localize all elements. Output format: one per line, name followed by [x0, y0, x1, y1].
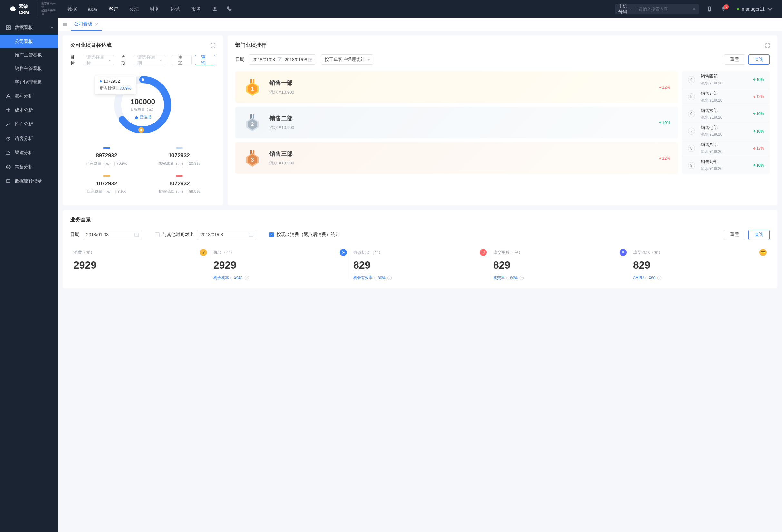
- svg-rect-7: [9, 28, 10, 30]
- nav-item[interactable]: 报名: [191, 6, 201, 12]
- logo: 云朵CRM 教育机构一站 式服务云平台: [9, 2, 56, 16]
- notifications[interactable]: 5: [721, 6, 726, 12]
- sidebar-icon: [6, 108, 11, 113]
- stat-icon: ➤: [340, 249, 347, 256]
- sidebar-item[interactable]: 渠道分析: [0, 146, 58, 160]
- search-icon[interactable]: [693, 6, 696, 11]
- sidebar-icon: [6, 150, 11, 155]
- trend-indicator: 10%: [753, 129, 764, 134]
- trend-indicator: 12%: [753, 146, 764, 150]
- trend-indicator: 12%: [659, 156, 671, 161]
- sidebar-sub-item[interactable]: 推广主管看板: [0, 48, 58, 62]
- query-button[interactable]: 查询: [748, 55, 770, 65]
- reset-button[interactable]: 重置: [172, 55, 192, 66]
- medal-icon: 2: [243, 113, 262, 132]
- donut-chart: 100000 目标总量（元） 已达成 1072932 所占比例:70.9%: [70, 73, 215, 137]
- svg-point-12: [140, 129, 142, 131]
- expand-icon[interactable]: [211, 43, 215, 48]
- sidebar-item[interactable]: 推广分析: [0, 117, 58, 132]
- chevron-up-icon: [50, 26, 54, 29]
- stat-icon: 🛡: [479, 249, 487, 256]
- help-icon[interactable]: ?: [245, 276, 249, 280]
- sidebar-group-dashboard[interactable]: 数据看板: [0, 21, 58, 35]
- date-picker-2[interactable]: 2018/01/08: [197, 229, 256, 240]
- chevron-down-icon: [767, 6, 773, 12]
- svg-text:3: 3: [251, 157, 254, 163]
- sidebar-sub-item[interactable]: 客户经理看板: [0, 75, 58, 89]
- nav-items: 数据线索客户公海财务运营报名: [67, 6, 201, 12]
- trend-indicator: 12%: [659, 85, 671, 90]
- sidebar-item[interactable]: 访客分析: [0, 132, 58, 146]
- tab-company-dashboard[interactable]: 公司看板: [71, 18, 102, 31]
- nav-item[interactable]: 公海: [129, 6, 139, 12]
- svg-point-3: [709, 10, 710, 11]
- chevron-down-icon: [630, 7, 632, 11]
- mobile-icon[interactable]: [707, 6, 712, 12]
- rank-row: 4销售四部流水 ¥1902010%: [682, 71, 770, 88]
- rank-card-top: 3 销售三部流水 ¥10,900 12%: [235, 142, 678, 174]
- sidebar-sub-item[interactable]: 销售主管看板: [0, 62, 58, 75]
- rank-row: 6销售六部流水 ¥1902010%: [682, 105, 770, 122]
- query-button[interactable]: 查询: [195, 55, 215, 66]
- svg-rect-6: [6, 28, 8, 30]
- svg-point-0: [214, 7, 216, 9]
- user-menu[interactable]: manager11: [737, 6, 773, 12]
- sidebar-item[interactable]: 销售分析: [0, 160, 58, 174]
- reset-button[interactable]: 重置: [724, 55, 745, 65]
- nav-item[interactable]: 运营: [171, 6, 180, 12]
- close-icon[interactable]: [95, 22, 99, 26]
- trend-indicator: 10%: [753, 163, 764, 168]
- cash-checkbox[interactable]: ✓: [269, 233, 274, 237]
- trend-indicator: 10%: [753, 77, 764, 82]
- help-icon[interactable]: ?: [520, 276, 524, 280]
- date-picker-1[interactable]: 2018/01/08: [82, 229, 142, 240]
- nav-item[interactable]: 财务: [150, 6, 159, 12]
- card-ranking: 部门业绩排行 日期 2018/01/08 至 2018/01/08 按工单客户经…: [227, 35, 778, 205]
- user-icon[interactable]: [212, 6, 218, 12]
- dashboard-icon: [6, 25, 11, 30]
- sidebar-icon: [6, 179, 11, 184]
- phone-icon[interactable]: [226, 6, 232, 12]
- sidebar-item[interactable]: 成本分析: [0, 103, 58, 117]
- period-select[interactable]: 请选择周期: [134, 55, 165, 66]
- query-button[interactable]: 查询: [748, 229, 770, 240]
- stat-cell: 1072932超额完成（元）|89.9%: [143, 171, 215, 199]
- chart-tooltip: 1072932 所占比例:70.9%: [95, 75, 136, 95]
- date-range-picker[interactable]: 2018/01/08 至 2018/01/08: [249, 55, 315, 65]
- logo-icon: [9, 6, 17, 12]
- trend-indicator: 12%: [753, 95, 764, 99]
- rank-row: 8销售八部流水 ¥1902012%: [682, 140, 770, 157]
- calendar-icon: [249, 233, 253, 237]
- rank-row: 5销售五部流水 ¥1902012%: [682, 88, 770, 105]
- help-icon[interactable]: ?: [657, 276, 662, 280]
- sidebar-item[interactable]: 数据流转记录: [0, 174, 58, 188]
- rank-card-top: 2 销售二部流水 ¥10,900 10%: [235, 107, 678, 138]
- sidebar-icon: [6, 122, 11, 127]
- svg-text:2: 2: [251, 121, 254, 127]
- svg-point-10: [142, 78, 144, 81]
- trend-indicator: 10%: [753, 112, 764, 116]
- goal-select[interactable]: 请选择目标: [83, 55, 114, 66]
- main: 公司看板 公司业绩目标达成 目标 请选择目标 周期 请选择周期: [58, 18, 782, 532]
- trend-indicator: 10%: [659, 120, 671, 125]
- nav-item[interactable]: 数据: [67, 6, 77, 12]
- tabs-bar: 公司看板: [58, 18, 782, 31]
- rank-row: 9销售九部流水 ¥1902010%: [682, 157, 770, 174]
- sidebar-sub-item[interactable]: 公司看板: [0, 35, 58, 48]
- svg-point-1: [693, 8, 695, 10]
- search-input[interactable]: [639, 7, 693, 11]
- sidebar-icon: [6, 136, 11, 141]
- reset-button[interactable]: 重置: [724, 229, 745, 240]
- sidebar: 数据看板 公司看板推广主管看板销售主管看板客户经理看板 漏斗分析成本分析推广分析…: [0, 18, 58, 532]
- help-icon[interactable]: ?: [387, 276, 392, 280]
- nav-item[interactable]: 客户: [109, 6, 118, 12]
- sidebar-toggle-icon[interactable]: [63, 22, 68, 27]
- stat-by-select[interactable]: 按工单客户经理统计: [321, 55, 373, 65]
- svg-rect-5: [9, 26, 10, 27]
- search-type-select[interactable]: 手机号码: [618, 3, 632, 15]
- sidebar-icon: [6, 165, 11, 170]
- nav-item[interactable]: 线索: [88, 6, 98, 12]
- expand-icon[interactable]: [765, 43, 770, 48]
- compare-checkbox[interactable]: [155, 233, 159, 237]
- sidebar-item[interactable]: 漏斗分析: [0, 89, 58, 103]
